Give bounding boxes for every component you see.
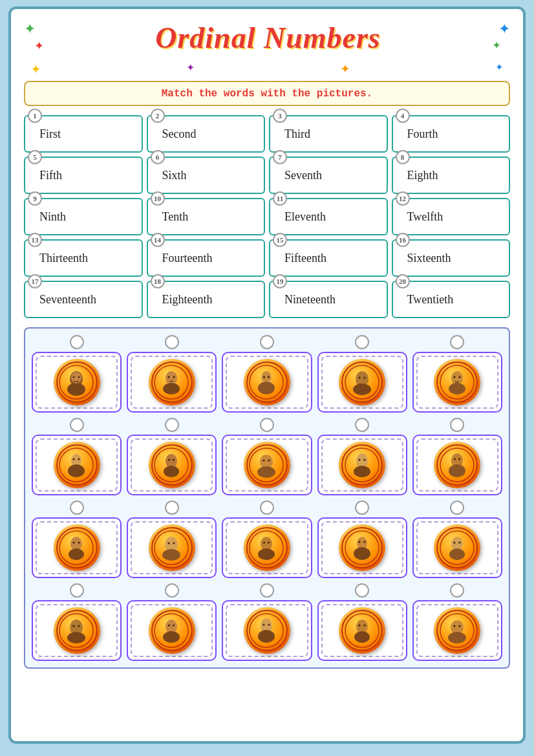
svg-point-13	[258, 382, 275, 394]
word-number-7: 7	[273, 150, 287, 164]
word-cell-7: 7 Seventh	[269, 157, 388, 194]
svg-point-51	[458, 458, 460, 460]
svg-point-26	[458, 376, 460, 378]
coin-slot-3	[222, 335, 312, 413]
word-number-13: 13	[28, 233, 42, 247]
coin-answer-circle-7	[165, 418, 179, 432]
coin-frame-16	[32, 600, 122, 661]
svg-point-39	[257, 466, 275, 478]
word-label-14: Fourteenth	[162, 252, 213, 265]
svg-point-54	[69, 548, 84, 560]
coin-frame-17	[127, 600, 217, 661]
word-label-17: Seventeenth	[39, 293, 96, 307]
svg-point-61	[173, 542, 175, 544]
coin-face-10	[436, 444, 478, 486]
word-number-12: 12	[396, 191, 410, 206]
coin-frame-inner-3	[226, 356, 308, 409]
coin-face-11	[56, 527, 98, 568]
svg-point-95	[358, 624, 360, 626]
word-cell-6: 6 Sixth	[147, 157, 266, 194]
coin-answer-circle-20	[450, 583, 464, 598]
coin-face-7	[151, 444, 193, 486]
svg-point-5	[78, 376, 80, 378]
word-number-9: 9	[28, 191, 42, 206]
coin-answer-circle-2	[165, 335, 179, 349]
coin-slot-7	[127, 418, 217, 495]
coin-frame-12	[127, 517, 217, 578]
coin-answer-circle-1	[70, 335, 84, 349]
coin-11	[54, 524, 100, 571]
coin-frame-inner-7	[131, 438, 213, 491]
coin-7	[149, 442, 195, 488]
svg-point-70	[358, 541, 360, 543]
svg-point-36	[173, 459, 175, 460]
coin-17	[149, 607, 195, 654]
svg-point-69	[354, 547, 370, 560]
svg-point-46	[363, 459, 365, 460]
coin-5	[434, 359, 480, 405]
coin-face-4	[341, 362, 383, 403]
coin-face-1	[56, 362, 98, 403]
coin-frame-19	[317, 600, 407, 661]
word-cell-10: 10 Tenth	[147, 198, 266, 235]
coin-frame-1	[32, 352, 122, 413]
word-number-17: 17	[28, 274, 42, 288]
coin-face-18	[246, 610, 288, 651]
word-label-12: Twelfth	[407, 210, 443, 224]
word-cell-20: 20 Twentieth	[392, 281, 511, 318]
right-stars: ✦ ✦	[492, 21, 510, 52]
coin-slot-19	[317, 583, 407, 661]
svg-point-24	[449, 383, 465, 394]
coin-frame-9	[317, 435, 407, 495]
word-cell-17: 17 Seventeenth	[24, 281, 143, 318]
coin-frame-inner-17	[131, 604, 213, 657]
coin-face-13	[246, 527, 288, 568]
svg-point-9	[168, 376, 170, 378]
coin-slot-16	[32, 583, 122, 661]
svg-point-90	[263, 623, 265, 625]
word-label-20: Twentieth	[407, 293, 454, 307]
svg-point-75	[453, 541, 455, 543]
coin-slot-17	[127, 583, 217, 661]
word-number-1: 1	[28, 109, 42, 123]
word-number-11: 11	[273, 191, 287, 206]
svg-point-74	[449, 548, 465, 560]
svg-point-44	[354, 466, 370, 477]
word-label-9: Ninth	[39, 210, 66, 224]
word-number-2: 2	[151, 109, 165, 123]
word-number-5: 5	[28, 150, 42, 164]
coin-face-12	[151, 527, 193, 568]
coin-frame-6	[32, 435, 122, 495]
word-cell-11: 11 Eleventh	[269, 198, 388, 235]
svg-point-85	[168, 624, 170, 626]
coin-1	[54, 359, 100, 405]
svg-point-8	[163, 383, 180, 394]
svg-point-25	[453, 376, 455, 378]
svg-point-30	[73, 458, 75, 460]
svg-point-60	[168, 542, 170, 544]
coin-frame-inner-16	[36, 604, 118, 657]
words-grid: 1 First 2 Second 3 Third 4 Fourth 5 Fift…	[24, 115, 510, 318]
coin-answer-circle-17	[165, 583, 179, 598]
word-label-8: Eighth	[407, 169, 438, 182]
coin-slot-15	[412, 501, 502, 578]
svg-point-100	[453, 625, 455, 627]
svg-point-2	[67, 383, 85, 396]
svg-point-64	[258, 548, 275, 560]
word-cell-16: 16 Sixteenth	[392, 239, 511, 277]
coin-frame-inner-19	[321, 604, 403, 657]
word-number-16: 16	[396, 233, 410, 247]
coin-face-15	[436, 527, 478, 568]
coin-frame-inner-10	[416, 438, 498, 491]
coin-answer-circle-8	[260, 418, 274, 432]
coin-answer-circle-16	[70, 583, 84, 598]
word-label-18: Eighteenth	[162, 293, 213, 307]
svg-point-40	[263, 459, 265, 461]
coin-frame-18	[222, 600, 312, 661]
svg-point-14	[262, 371, 271, 382]
coin-face-20	[436, 610, 478, 651]
coin-18	[244, 607, 290, 654]
coin-answer-circle-10	[450, 418, 464, 432]
left-stars: ✦ ✦	[24, 21, 44, 53]
coin-slot-20	[412, 583, 502, 661]
